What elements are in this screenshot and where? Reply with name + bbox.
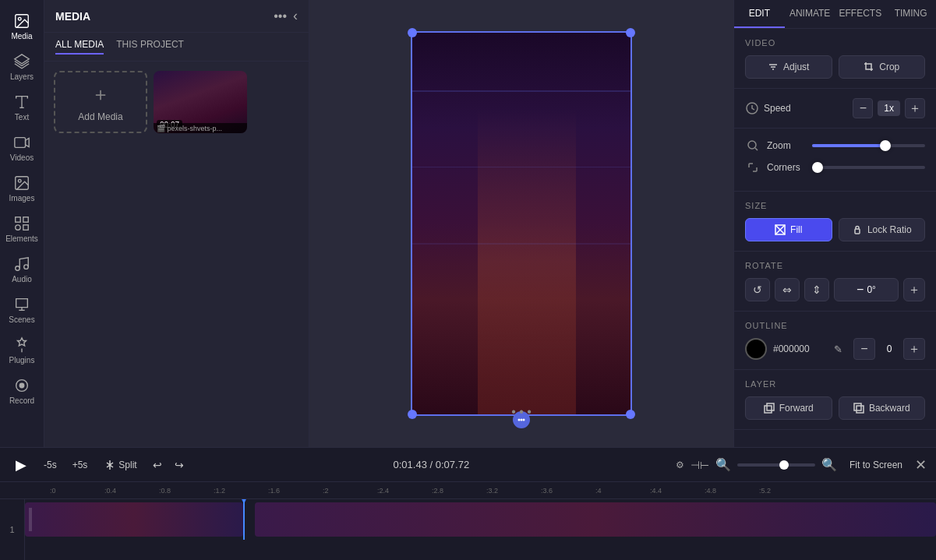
track-numbers: 1 bbox=[0, 499, 25, 560]
lock-ratio-button[interactable]: Lock Ratio bbox=[839, 218, 926, 241]
sidebar-item-elements[interactable]: Elements bbox=[0, 209, 44, 249]
elements-icon bbox=[13, 215, 30, 232]
canvas-video[interactable] bbox=[412, 33, 630, 414]
glitch-line-1 bbox=[412, 90, 630, 92]
skip-forward-button[interactable]: +5s bbox=[68, 456, 93, 474]
handle-bottom-left[interactable] bbox=[408, 410, 417, 419]
zoom-slider-thumb[interactable] bbox=[779, 460, 789, 470]
ruler-mark-7: :2.8 bbox=[432, 487, 486, 495]
adjust-button[interactable]: Adjust bbox=[745, 55, 832, 79]
sidebar-item-text[interactable]: Text bbox=[0, 87, 44, 128]
svg-rect-23 bbox=[767, 403, 774, 410]
undo-button[interactable]: ↩ bbox=[150, 456, 165, 474]
right-panel: EDIT ANIMATE EFFECTS TIMING VIDEO Adjust bbox=[733, 0, 936, 447]
outline-picker-button[interactable]: ✎ bbox=[828, 340, 847, 358]
split-button[interactable]: Split bbox=[98, 456, 143, 474]
rotate-ccw-button[interactable]: ↺ bbox=[745, 278, 770, 301]
corners-thumb[interactable] bbox=[812, 162, 823, 173]
video-btn-row: Adjust Crop bbox=[745, 55, 925, 79]
media-more-button[interactable]: ••• bbox=[274, 9, 287, 23]
zoom-in-button[interactable]: 🔍 bbox=[821, 457, 837, 472]
bottom-timeline: ▶ -5s +5s Split ↩ ↪ 0:01.43 / 0:07.72 ⚙ … bbox=[0, 447, 936, 560]
tab-animate[interactable]: ANIMATE bbox=[785, 0, 835, 28]
media-thumbnail[interactable]: 00:07 🎬 pexels-shvets-p... bbox=[154, 71, 247, 133]
speed-value: 1x bbox=[878, 100, 900, 116]
ruler-mark-6: :2.4 bbox=[377, 487, 432, 495]
redo-button[interactable]: ↪ bbox=[171, 456, 187, 474]
ruler-mark-11: :4.4 bbox=[650, 487, 705, 495]
tab-timing[interactable]: TIMING bbox=[885, 0, 936, 28]
track-area bbox=[25, 499, 936, 560]
tab-effects[interactable]: EFFECTS bbox=[835, 0, 886, 28]
sidebar-item-layers[interactable]: Layers bbox=[0, 47, 44, 87]
speed-increase-button[interactable]: ＋ bbox=[905, 98, 925, 118]
rotate-section-title: ROTATE bbox=[745, 261, 925, 270]
close-timeline-button[interactable]: ✕ bbox=[915, 456, 927, 474]
sidebar-item-videos[interactable]: Videos bbox=[0, 128, 44, 168]
flip-h-button[interactable]: ⇔ bbox=[775, 278, 800, 301]
record-icon bbox=[13, 377, 30, 394]
zoom-slider[interactable] bbox=[812, 144, 925, 147]
outline-color-swatch[interactable] bbox=[745, 338, 767, 360]
playhead[interactable] bbox=[243, 499, 245, 540]
sidebar-item-images[interactable]: Images bbox=[0, 168, 44, 209]
track-clip-right[interactable] bbox=[255, 502, 936, 537]
sidebar-item-media[interactable]: Media bbox=[0, 6, 44, 47]
ruler-mark-1: :0.4 bbox=[104, 487, 159, 495]
crop-button[interactable]: Crop bbox=[839, 55, 926, 79]
forward-icon bbox=[764, 403, 775, 414]
zoom-slider-timeline[interactable] bbox=[737, 463, 815, 467]
tab-edit[interactable]: EDIT bbox=[734, 0, 785, 28]
skip-back-button[interactable]: -5s bbox=[39, 456, 62, 474]
ruler-mark-3: :1.2 bbox=[214, 487, 268, 495]
svg-point-12 bbox=[24, 265, 29, 269]
split-tracks-button[interactable]: ⊣⊢ bbox=[691, 459, 709, 471]
speed-row: Speed − 1x ＋ bbox=[745, 98, 925, 118]
handle-top-right[interactable] bbox=[626, 28, 635, 37]
fill-button[interactable]: Fill bbox=[745, 218, 832, 241]
play-button[interactable]: ▶ bbox=[9, 453, 33, 477]
zoom-label: Zoom bbox=[767, 140, 806, 151]
zoom-thumb[interactable] bbox=[880, 140, 891, 151]
media-collapse-button[interactable]: ‹ bbox=[293, 8, 298, 24]
zoom-out-button[interactable]: 🔍 bbox=[715, 457, 731, 472]
add-media-box[interactable]: ＋ Add Media bbox=[54, 71, 147, 133]
ruler-mark-4: :1.6 bbox=[268, 487, 323, 495]
rotate-plus-button[interactable]: ＋ bbox=[903, 278, 925, 301]
adjust-icon bbox=[768, 62, 779, 72]
track-clip-left[interactable] bbox=[25, 502, 243, 537]
canvas-inner bbox=[412, 33, 630, 414]
svg-rect-22 bbox=[765, 406, 772, 413]
backward-button[interactable]: Backward bbox=[839, 396, 926, 420]
corners-slider[interactable] bbox=[812, 166, 925, 169]
forward-label: Forward bbox=[779, 403, 814, 414]
fit-to-screen-button[interactable]: Fit to Screen bbox=[843, 456, 909, 474]
sidebar-item-plugins-label: Plugins bbox=[9, 356, 35, 365]
backward-icon bbox=[853, 403, 864, 414]
flip-v-button[interactable]: ⇕ bbox=[804, 278, 829, 301]
timeline-settings-button[interactable]: ⚙ bbox=[676, 460, 684, 470]
right-tabs: EDIT ANIMATE EFFECTS TIMING bbox=[734, 0, 936, 29]
sidebar-item-plugins[interactable]: Plugins bbox=[0, 330, 44, 371]
sidebar-item-scenes[interactable]: Scenes bbox=[0, 290, 44, 330]
outline-section-title: OUTLINE bbox=[745, 321, 925, 330]
layer-buttons: Forward Backward bbox=[745, 396, 925, 420]
ruler-mark-8: :3.2 bbox=[486, 487, 541, 495]
outline-increase-button[interactable]: ＋ bbox=[903, 338, 925, 360]
speed-decrease-button[interactable]: − bbox=[853, 98, 873, 118]
corners-row: Corners bbox=[745, 160, 925, 175]
handle-top-left[interactable] bbox=[408, 28, 417, 37]
sidebar-item-audio[interactable]: Audio bbox=[0, 249, 44, 290]
time-display: 0:01.43 / 0:07.72 bbox=[193, 459, 669, 470]
svg-point-14 bbox=[19, 383, 24, 388]
svg-point-11 bbox=[16, 266, 20, 271]
tab-this-project[interactable]: THIS PROJECT bbox=[116, 39, 184, 55]
sidebar-item-media-label: Media bbox=[11, 32, 32, 41]
forward-button[interactable]: Forward bbox=[745, 396, 832, 420]
canvas-more-dots[interactable]: • • • bbox=[511, 405, 532, 419]
rotate-controls: ↺ ⇔ ⇕ − 0° ＋ bbox=[745, 278, 925, 301]
handle-bottom-right[interactable] bbox=[626, 410, 635, 419]
tab-all-media[interactable]: ALL MEDIA bbox=[55, 39, 104, 55]
outline-decrease-button[interactable]: − bbox=[853, 338, 875, 360]
sidebar-item-record[interactable]: Record bbox=[0, 371, 44, 411]
